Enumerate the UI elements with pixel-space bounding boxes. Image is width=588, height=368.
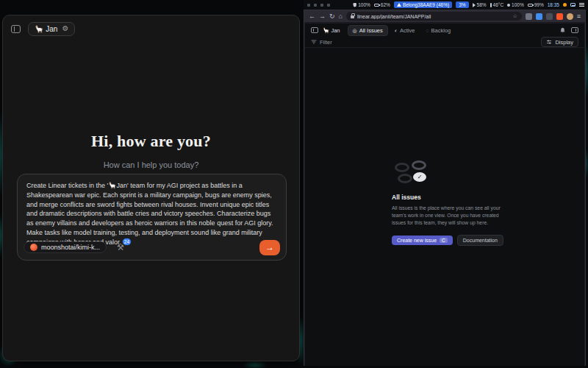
issue-ring-icon — [412, 160, 426, 170]
documentation-button[interactable]: Documentation — [457, 235, 503, 246]
tray-icon[interactable] — [320, 4, 323, 7]
profile-avatar[interactable] — [567, 13, 573, 20]
all-issues-icon: ◎ — [353, 28, 357, 33]
display-options-icon — [546, 39, 552, 45]
send-button[interactable]: → — [259, 240, 280, 255]
clock: 18:35 — [548, 2, 559, 7]
address-bar[interactable]: linear.app/janii/team/JANAPP/all ☆ — [346, 12, 522, 21]
jan-titlebar: 🦙 Jan ⚙ — [3, 15, 299, 42]
shield-extension-icon[interactable] — [526, 13, 532, 20]
greeting-subtitle: How can I help you today? — [3, 160, 299, 169]
backlog-icon: ◌ — [426, 28, 429, 33]
linear-team-label[interactable]: 🦙 Jan — [323, 27, 340, 34]
right-panel-toggle-icon[interactable] — [571, 27, 578, 33]
linear-filter-bar: Filter Display — [305, 37, 584, 48]
linear-header: 🦙 Jan ◎ All Issues ◐ Active ◌ Backlog — [305, 24, 584, 37]
brightness-icon — [507, 4, 510, 7]
brightness-indicator: 100% — [507, 2, 524, 7]
temperature-indicator: 46°C — [490, 2, 504, 7]
tray-menu-icon[interactable] — [579, 3, 584, 7]
system-status-bar: 100% 62% Belong38AAE9 (46%) 3% 58% 46°C … — [304, 0, 588, 10]
linear-sidebar-toggle-icon[interactable] — [311, 27, 318, 33]
url-text[interactable]: linear.app/janii/team/JANAPP/all — [357, 14, 509, 19]
tray-icon[interactable] — [307, 4, 310, 7]
empty-state-title: All issues — [392, 194, 506, 201]
extension-icon[interactable] — [546, 13, 553, 20]
thermometer-icon — [490, 3, 492, 7]
forward-icon[interactable]: → — [319, 13, 326, 20]
wallpaper-accent — [243, 362, 268, 368]
shield-icon — [353, 3, 356, 7]
issue-ring-icon — [398, 174, 412, 183]
network-usage-indicator[interactable]: 3% — [456, 1, 468, 8]
linear-app: 🦙 Jan ◎ All Issues ◐ Active ◌ Backlog — [305, 24, 584, 366]
filter-button[interactable]: Filter — [311, 39, 332, 46]
prompt-text[interactable]: Create Linear tickets in the '🦙Jan' team… — [26, 181, 277, 247]
prompt-controls: moonshotai/kimi-k... ⚒ 24 → — [24, 239, 280, 255]
tab-all-issues[interactable]: ◎ All Issues — [348, 25, 388, 36]
active-icon: ◐ — [395, 28, 398, 33]
model-selector-label: moonshotai/kimi-k... — [41, 244, 100, 251]
model-selector[interactable]: moonshotai/kimi-k... — [24, 241, 107, 253]
display-button[interactable]: Display — [541, 37, 578, 47]
battery-indicator: 62% — [374, 2, 390, 7]
wifi-icon — [397, 3, 401, 7]
model-logo-icon — [30, 244, 37, 251]
lock-icon — [351, 15, 354, 18]
browser-toolbar: ← → ↻ ⌂ linear.app/janii/team/JANAPP/all… — [304, 10, 585, 23]
all-issues-empty-state: ✓ All issues All issues is the place whe… — [392, 160, 506, 246]
tab-active[interactable]: ◐ Active — [390, 25, 420, 36]
linear-view-tabs: ◎ All Issues ◐ Active ◌ Backlog — [348, 25, 456, 36]
home-icon[interactable]: ⌂ — [339, 13, 343, 20]
browser-window: ← → ↻ ⌂ linear.app/janii/team/JANAPP/all… — [304, 10, 586, 366]
notification-icon[interactable] — [563, 3, 567, 7]
volume-indicator: 58% — [473, 2, 487, 7]
browser-menu-icon[interactable]: ≡ — [577, 13, 581, 20]
jan-app-window: 🦙 Jan ⚙ Hi, how are you? How can I help … — [2, 15, 300, 361]
sidebar-toggle-icon[interactable] — [11, 25, 21, 33]
create-new-issue-button[interactable]: Create new issue C — [392, 236, 453, 245]
linear-header-actions — [559, 27, 578, 34]
gear-icon[interactable]: ⚙ — [62, 25, 68, 32]
back-icon[interactable]: ← — [309, 13, 315, 20]
chat-empty-state: Hi, how are you? How can I help you toda… — [3, 132, 299, 169]
shortcut-key-badge: C — [440, 238, 448, 243]
extension-icon[interactable] — [536, 13, 542, 20]
tab-backlog[interactable]: ◌ Backlog — [421, 25, 455, 36]
issues-illustration: ✓ — [392, 160, 506, 187]
empty-state-description: All issues is the place where you can se… — [392, 205, 506, 227]
battery-icon — [374, 4, 379, 7]
battery2-indicator: 99% — [528, 2, 544, 7]
extension-icon[interactable] — [556, 13, 563, 20]
refresh-icon[interactable]: ↻ — [329, 13, 335, 20]
tools-button[interactable]: ⚒ 24 — [115, 242, 126, 252]
tray-icon[interactable] — [314, 4, 317, 7]
issue-done-icon: ✓ — [413, 172, 426, 182]
bookmark-star-icon[interactable]: ☆ — [512, 13, 517, 19]
send-arrow-icon: → — [265, 242, 274, 252]
team-selector-chip[interactable]: 🦙 Jan ⚙ — [28, 22, 75, 36]
empty-state-actions: Create new issue C Documentation — [392, 235, 506, 246]
mail-icon[interactable] — [570, 3, 576, 7]
linear-content: ✓ All issues All issues is the place whe… — [305, 49, 584, 366]
tools-count-badge: 24 — [122, 238, 132, 246]
team-chip-label: 🦙 Jan — [35, 25, 57, 33]
bell-icon[interactable] — [559, 27, 566, 34]
shield-indicator: 100% — [353, 2, 370, 7]
filter-icon — [311, 39, 317, 45]
greeting-heading: Hi, how are you? — [3, 132, 299, 151]
prompt-input[interactable]: Create Linear tickets in the '🦙Jan' team… — [17, 174, 287, 261]
battery-icon — [528, 4, 533, 7]
wifi-indicator[interactable]: Belong38AAE9 (46%) — [394, 1, 452, 8]
issue-ring-icon — [395, 163, 409, 172]
tray-icon[interactable] — [327, 4, 330, 7]
volume-icon — [473, 3, 476, 7]
